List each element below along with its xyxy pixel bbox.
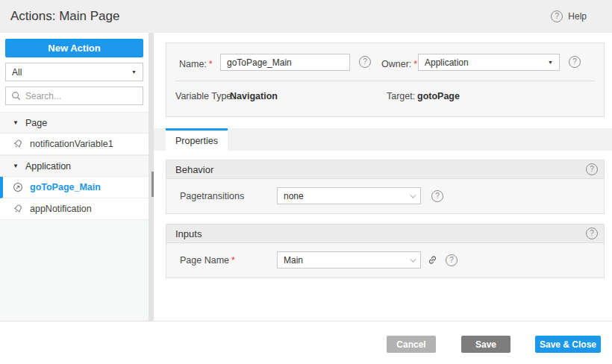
required-asterisk: *: [413, 59, 417, 69]
name-label: Name:*: [179, 59, 213, 69]
page-name-help-icon[interactable]: ?: [446, 254, 458, 266]
new-action-button[interactable]: New Action: [5, 39, 143, 57]
search-box[interactable]: [5, 87, 143, 105]
name-help-icon[interactable]: ?: [359, 56, 371, 68]
tree-group-application[interactable]: ▼ Application: [0, 155, 149, 177]
sidebar-scrollbar[interactable]: [149, 33, 154, 321]
owner-value: Application: [425, 57, 469, 68]
tree-group-page[interactable]: ▼ Page: [0, 112, 149, 134]
save-button[interactable]: Save: [461, 336, 510, 353]
tree-item-appnotification[interactable]: appNotification: [0, 198, 149, 220]
bind-link-button[interactable]: [427, 254, 439, 266]
owner-label: Owner:*: [381, 59, 417, 69]
target-value: gotoPage: [417, 91, 460, 101]
dropdown-arrow-icon: ▼: [548, 60, 553, 65]
tab-properties[interactable]: Properties: [166, 128, 228, 151]
required-asterisk: *: [231, 255, 235, 266]
dialog-footer: Cancel Save Save & Close: [0, 321, 612, 364]
target-label: Target:: [387, 91, 415, 101]
actions-tree: ▼ Page notificationVariable1 ▼ Applicati…: [0, 112, 149, 220]
search-input[interactable]: [25, 91, 137, 101]
sidebar-controls: New Action All ▼: [0, 33, 149, 112]
page-name-select[interactable]: Main: [277, 251, 421, 269]
dialog-header: Actions: Main Page ? Help: [0, 0, 612, 33]
action-summary-card: Name:* ? Owner:* Application ▼ ? Variabl…: [166, 43, 605, 117]
tree-item-label: appNotification: [30, 204, 92, 214]
page-name-label: Page Name*: [180, 255, 235, 266]
pagetransitions-help-icon[interactable]: ?: [431, 190, 443, 202]
bell-icon: [13, 139, 23, 149]
chevron-down-icon: [410, 192, 416, 198]
inputs-section-body: Page Name* Main ?: [166, 243, 605, 278]
behavior-section-body: Pagetransitions none ?: [166, 179, 605, 214]
variable-type-value: Navigation: [230, 91, 278, 101]
tab-bar: Properties: [154, 128, 612, 151]
filter-value: All: [12, 67, 22, 78]
help-button[interactable]: ? Help: [551, 10, 587, 22]
card-divider: [175, 81, 595, 81]
required-asterisk: *: [209, 59, 213, 69]
actions-sidebar: New Action All ▼ ▼ Page: [0, 33, 149, 321]
page-title: Actions: Main Page: [10, 0, 119, 33]
save-and-close-button[interactable]: Save & Close: [535, 336, 601, 353]
section-title: Behavior: [175, 164, 213, 175]
tree-item-notificationvariable1[interactable]: notificationVariable1: [0, 134, 149, 155]
dropdown-arrow-icon: ▼: [131, 69, 137, 75]
page-name-value: Main: [284, 255, 303, 266]
tree-group-label: Page: [25, 118, 47, 128]
navigation-circle-icon: [13, 182, 23, 192]
section-title: Inputs: [175, 228, 202, 239]
owner-select[interactable]: Application ▼: [418, 54, 560, 71]
collapse-arrow-icon: ▼: [13, 119, 19, 126]
owner-help-icon[interactable]: ?: [569, 56, 581, 68]
tree-group-label: Application: [25, 161, 71, 172]
tree-item-label: notificationVariable1: [30, 139, 113, 149]
variable-type-label: Variable Type:: [175, 91, 234, 101]
bell-icon: [13, 204, 23, 214]
behavior-help-icon[interactable]: ?: [586, 163, 598, 175]
chevron-down-icon: [410, 256, 416, 262]
behavior-section-header: Behavior ?: [166, 160, 605, 179]
link-icon: [427, 254, 438, 266]
behavior-section: Behavior ? Pagetransitions none ?: [166, 160, 605, 214]
tree-item-gotopage-main[interactable]: goToPage_Main: [0, 177, 149, 198]
actions-editor-window: Actions: Main Page ? Help New Action All…: [0, 0, 612, 364]
collapse-arrow-icon: ▼: [13, 163, 19, 169]
pagetransitions-value: none: [284, 191, 304, 201]
cancel-button[interactable]: Cancel: [387, 336, 436, 353]
pagetransitions-select[interactable]: none: [277, 187, 421, 204]
action-detail-panel: Name:* ? Owner:* Application ▼ ? Variabl…: [154, 33, 612, 321]
inputs-section: Inputs ? Page Name* Main ?: [166, 224, 605, 278]
search-icon: [11, 91, 21, 101]
name-input[interactable]: [220, 54, 350, 71]
pagetransitions-label: Pagetransitions: [180, 191, 244, 201]
inputs-section-header: Inputs ?: [166, 224, 605, 243]
filter-dropdown[interactable]: All ▼: [5, 63, 143, 81]
help-icon: ?: [551, 10, 563, 22]
help-label: Help: [568, 11, 587, 22]
inputs-help-icon[interactable]: ?: [586, 228, 598, 239]
tree-item-label: goToPage_Main: [30, 182, 101, 192]
